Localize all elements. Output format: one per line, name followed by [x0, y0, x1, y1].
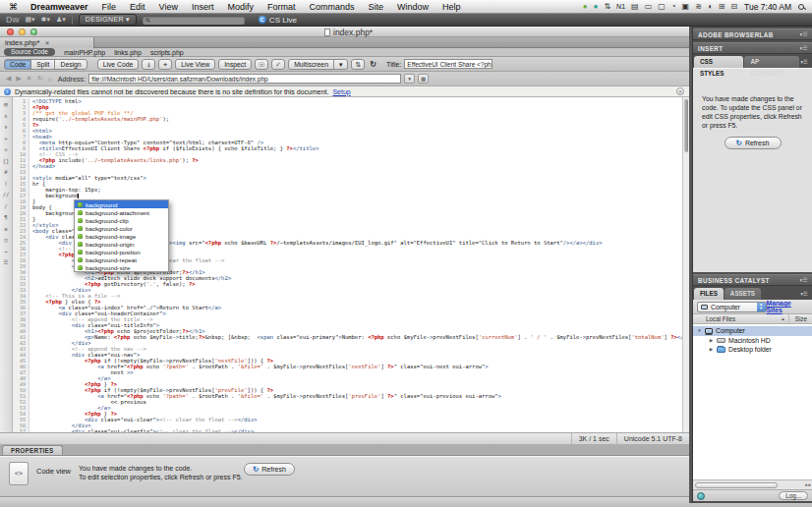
split-view-button[interactable]: Split [30, 59, 55, 70]
scrollbar-thumb[interactable] [695, 482, 778, 488]
sync-icon[interactable]: ● [583, 3, 588, 11]
cs-live-button[interactable]: C CS Live [259, 16, 297, 25]
menu-clock[interactable]: Tue 7:40 AM [744, 2, 791, 12]
volume-icon[interactable]: ◖ [708, 3, 713, 11]
source-code-button[interactable]: Source Code [4, 48, 55, 56]
back-icon[interactable]: ◀ [5, 75, 12, 83]
autocomplete-item[interactable]: background-clip [75, 216, 168, 224]
related-file-scripts.php[interactable]: scripts.php [150, 49, 184, 56]
move-css-icon[interactable]: ◫ [4, 238, 7, 243]
menu-edit[interactable]: Edit [123, 2, 152, 12]
spotlight-icon[interactable] [798, 4, 804, 10]
close-window-button[interactable] [7, 28, 14, 35]
multiscreen-dropdown-icon[interactable]: ▾ [333, 59, 348, 70]
wrap-tag-icon[interactable]: ¶ [4, 215, 7, 220]
menu-site[interactable]: Site [362, 2, 391, 12]
document-window-titlebar[interactable]: index.php* [0, 27, 689, 37]
clipboard-icon[interactable]: ▤ [631, 3, 639, 11]
close-tab-icon[interactable]: ✕ [44, 39, 49, 46]
extend-icon[interactable]: ✱▾ [41, 16, 50, 24]
file-tree-item-macintosh-hd[interactable]: ▶Macintosh HD [693, 336, 812, 346]
autocomplete-item[interactable]: background-position [75, 248, 168, 255]
tab-ap-elements[interactable]: AP ELEMENTS [744, 56, 799, 68]
horizontal-scrollbar[interactable]: ◂ ▸ [693, 479, 812, 489]
multiscreen-button[interactable]: Multiscreen [288, 59, 334, 70]
minimize-window-button[interactable] [19, 28, 26, 35]
battery-icon[interactable]: ⊟ [730, 3, 737, 11]
workspace-switcher-button[interactable]: DESIGNER ▾ [79, 14, 137, 26]
file-tree-item-computer[interactable]: ▼Computer [693, 326, 812, 336]
document-tab[interactable]: index.php* ✕ [0, 37, 94, 48]
code-navigator-icon[interactable]: ⌖ [158, 59, 172, 70]
updown-arrows-icon[interactable]: ⇅ [604, 3, 610, 11]
menu-view[interactable]: View [152, 2, 185, 12]
collapse-full-tag-icon[interactable]: ∧ [4, 114, 7, 119]
code-view[interactable]: ▤∧∨✛◇{}#!///¶≡◫→☰ 1<!DOCTYPE html>2<?php… [0, 97, 689, 432]
menu-format[interactable]: Format [261, 2, 303, 12]
panel-menu-icon[interactable]: ▾☰ [800, 59, 808, 65]
site-user-icon[interactable]: ♟▾ [56, 16, 66, 24]
autocomplete-item[interactable]: background-size [75, 263, 168, 271]
menu-dreamweaver[interactable]: Dreamweaver [24, 2, 95, 12]
display-icon[interactable]: ▢ [658, 3, 666, 11]
menu-file[interactable]: File [95, 2, 124, 12]
layout-switcher-icon[interactable]: ▦▾ [26, 16, 35, 24]
address-grid-icon[interactable]: ▦ [418, 74, 429, 84]
panel-menu-icon[interactable]: ▾☰ [800, 31, 809, 37]
inspect-button[interactable]: Inspect [218, 59, 252, 70]
vertical-scrollbar[interactable] [682, 97, 689, 432]
autocomplete-item[interactable]: background-repeat [75, 255, 168, 263]
disclosure-triangle-icon[interactable]: ▶ [709, 338, 714, 343]
scrollbar-thumb[interactable] [684, 99, 688, 152]
monitor-icon[interactable]: ▣ [682, 3, 690, 11]
menu-modify[interactable]: Modify [220, 2, 261, 12]
autocomplete-item[interactable]: background-origin [75, 240, 168, 248]
scrollbar-arrows[interactable]: ◂ ▸ [805, 481, 811, 487]
select-parent-tag-icon[interactable]: ◇ [4, 147, 7, 152]
files-column-header[interactable]: Local Files ▲ Size [693, 314, 812, 324]
manage-sites-link[interactable]: Manage Sites [767, 300, 808, 313]
format-source-icon[interactable]: ☰ [4, 260, 9, 265]
wifi-icon[interactable]: ≋ [695, 3, 702, 11]
menu-commands[interactable]: Commands [302, 2, 361, 12]
tab-files[interactable]: FILES [694, 288, 724, 300]
expand-all-icon[interactable]: ✛ [4, 137, 7, 141]
forward-icon[interactable]: ▶ [15, 75, 22, 83]
autocomplete-item[interactable]: background-image [75, 232, 168, 240]
apple-menu-icon[interactable]: ⌘ [9, 2, 18, 12]
code-view-button[interactable]: Code [4, 59, 31, 70]
css-refresh-button[interactable]: ↻ Refresh [725, 137, 782, 149]
browser-navigation-icon[interactable]: ⍋ [142, 59, 155, 70]
balance-braces-icon[interactable]: {} [3, 159, 10, 164]
setup-link[interactable]: Setup [332, 88, 350, 95]
open-documents-icon[interactable]: ▤ [4, 102, 7, 107]
grid-icon[interactable]: ⊞ [719, 3, 725, 11]
site-select-dropdown[interactable]: Computer ▲▼ [697, 302, 767, 312]
refresh-icon[interactable]: ↻ [36, 75, 44, 83]
properties-tab[interactable]: PROPERTIES [2, 445, 63, 455]
remove-comment-icon[interactable]: / [4, 204, 7, 209]
autocomplete-item[interactable]: background [75, 200, 168, 208]
design-view-button[interactable]: Design [54, 59, 87, 70]
panel-menu-icon[interactable]: ▾☰ [800, 45, 809, 51]
menu-insert[interactable]: Insert [185, 2, 221, 12]
panel-insert[interactable]: INSERT ▾☰ [693, 42, 812, 54]
search-input[interactable] [143, 16, 245, 25]
disclosure-triangle-icon[interactable]: ▶ [709, 347, 714, 352]
properties-refresh-button[interactable]: ↻ Refresh [244, 463, 295, 476]
tab-assets[interactable]: ASSETS [725, 288, 761, 300]
highlight-invalid-code-icon[interactable]: ! [4, 182, 7, 187]
related-file-mainPHP.php[interactable]: mainPHP.php [64, 49, 105, 56]
file-management-icon[interactable]: ⇅ [351, 59, 365, 70]
document-title-input[interactable]: EffectiveUI Client Share <?php i [404, 59, 493, 69]
address-dropdown-icon[interactable]: ▾ [404, 74, 415, 84]
file-tree-item-desktop-folder[interactable]: ▶Desktop folder [693, 345, 812, 355]
code-line[interactable]: 41 <p>Name: <?php echo $myFile->title;?>… [13, 334, 682, 340]
panel-adobe-browserlab[interactable]: ADOBE BROWSERLAB ▾☰ [693, 28, 812, 40]
zoom-window-button[interactable] [30, 28, 37, 35]
live-code-button[interactable]: Live Code [97, 59, 140, 70]
input-menu-icon[interactable]: N1 [616, 3, 625, 11]
autocomplete-item[interactable]: background-attachment [75, 208, 168, 216]
indent-code-icon[interactable]: → [4, 250, 7, 254]
related-file-links.php[interactable]: links.php [114, 49, 142, 56]
